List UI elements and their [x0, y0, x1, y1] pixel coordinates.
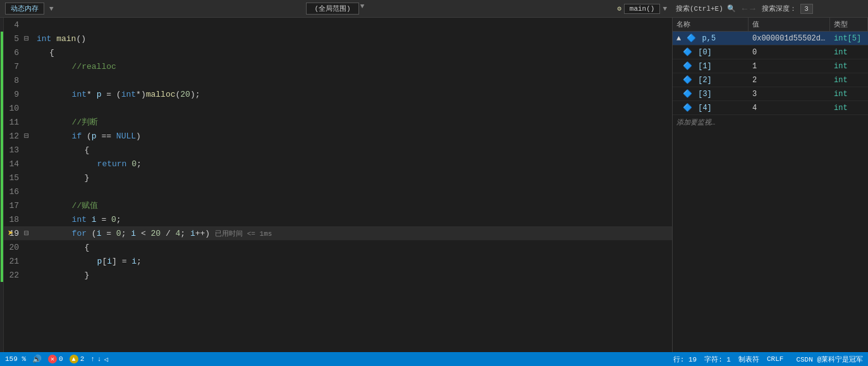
line-num-18: 18 — [4, 215, 24, 224]
watch-rows: ▲ 🔷 p,5 0x000001d55502db60 {… int[5] 🔷 [… — [673, 32, 868, 352]
down-arrow[interactable]: ↓ — [97, 355, 102, 363]
watch-row-p5[interactable]: ▲ 🔷 p,5 0x000001d55502db60 {… int[5] — [673, 32, 868, 46]
current-instruction-arrow: ➤ — [8, 227, 14, 240]
author-label: CSDN @莱科宁是冠军 — [796, 355, 863, 364]
depth-label: 搜索深度： — [762, 4, 797, 13]
watch-panel: 名称 值 类型 ▲ 🔷 p,5 0x000001d55502db60 {… in… — [672, 18, 868, 352]
code-line-4: 4 — [4, 18, 672, 32]
watch-header: 名称 值 类型 — [673, 18, 868, 32]
zoom-level: 159 % — [5, 355, 26, 363]
watch-type-4: int — [830, 104, 868, 113]
line-num-21: 21 — [4, 257, 24, 266]
up-arrow[interactable]: ↑ — [90, 355, 95, 363]
top-bar: 动态内存 ▼ (全局范围) ▼ ⚙ main() ▼ 搜索(Ctrl+E) 🔍 … — [0, 0, 868, 18]
status-right: 行: 19 字符: 1 制表符 CRLF CSDN @莱科宁是冠军 — [673, 355, 863, 364]
code-line-19: ➤ 19 ⊟ for (i = 0; i < 20 / 4; i++) 已用时间… — [4, 226, 672, 240]
watch-value-0: 0 — [749, 48, 830, 57]
char-col: 字符: 1 — [704, 355, 731, 364]
green-sidebar-bar — [1, 32, 3, 282]
code-text-5: int main() — [37, 34, 672, 44]
line-num-12: 12 — [4, 131, 24, 141]
watch-row-2[interactable]: 🔷 [2] 2 int — [673, 73, 868, 87]
scope-arrow: ▼ — [360, 3, 365, 15]
status-bar: 159 % 🔊 ✕ 0 ▲ 2 ↑ ↓ ◁ 行: 19 字符: 1 制表符 CR… — [0, 352, 868, 366]
watch-type-p5: int[5] — [830, 34, 868, 43]
code-topbar: 动态内存 ▼ (全局范围) ▼ ⚙ main() ▼ — [0, 0, 672, 17]
code-line-8: 8 — [4, 73, 672, 87]
fold-marker-12[interactable]: ⊟ — [24, 131, 37, 141]
line-num-5: 5 — [4, 34, 24, 44]
sound-icon: 🔊 — [32, 355, 42, 364]
code-panel: 4 5 ⊟ int main() 6 — [0, 18, 672, 352]
function-arrow: ▼ — [663, 5, 667, 13]
watch-name-p5: ▲ 🔷 p,5 — [673, 34, 749, 43]
code-line-11: 11 //判断 — [4, 115, 672, 129]
line-num-22: 22 — [4, 271, 24, 280]
code-line-5: 5 ⊟ int main() — [4, 32, 672, 46]
expand-icon-p5[interactable]: ▲ — [676, 34, 681, 43]
error-badge: ✕ — [48, 355, 57, 363]
pointer-icon-4: 🔷 — [683, 104, 692, 113]
panel-label: 动态内存 — [5, 3, 44, 15]
pointer-icon-p5: 🔷 — [687, 34, 696, 43]
fold-marker-5[interactable]: ⊟ — [24, 34, 37, 44]
pointer-icon-2: 🔷 — [683, 76, 692, 85]
line-num-8: 8 — [4, 76, 24, 85]
nav-back[interactable]: ← — [742, 4, 747, 14]
pointer-icon-1: 🔷 — [683, 62, 692, 71]
timing-label: 已用时间 <= 1ms — [215, 229, 272, 238]
fold-marker-19[interactable]: ⊟ — [24, 228, 37, 238]
nav-arrows-status: ↑ ↓ ◁ — [90, 355, 108, 363]
function-icon: ⚙ — [617, 4, 621, 13]
right-topbar: 搜索(Ctrl+E) 🔍 ← → 搜索深度： 3 — [672, 0, 868, 18]
status-left: 159 % 🔊 ✕ 0 ▲ 2 ↑ ↓ ◁ — [5, 355, 666, 364]
app-container: 动态内存 ▼ (全局范围) ▼ ⚙ main() ▼ 搜索(Ctrl+E) 🔍 … — [0, 0, 868, 366]
watch-row-4[interactable]: 🔷 [4] 4 int — [673, 101, 868, 115]
code-line-22: 22 } — [4, 268, 672, 282]
pointer-icon-3: 🔷 — [683, 90, 692, 99]
code-line-15: 15 } — [4, 171, 672, 185]
watch-name-2: 🔷 [2] — [673, 75, 749, 85]
code-line-18: 18 int i = 0; — [4, 212, 672, 226]
watch-row-0[interactable]: 🔷 [0] 0 int — [673, 46, 868, 59]
code-scroll[interactable]: 4 5 ⊟ int main() 6 — [0, 18, 672, 352]
main-content: 4 5 ⊟ int main() 6 — [0, 18, 868, 352]
error-status: ✕ 0 — [48, 355, 63, 363]
code-text-19: for (i = 0; i < 20 / 4; i++) 已用时间 <= 1ms — [37, 229, 672, 238]
line-num-13: 13 — [4, 145, 24, 155]
watch-value-3: 3 — [749, 90, 830, 99]
code-line-6: 6 { — [4, 46, 672, 59]
col-header-name: 名称 — [673, 18, 749, 31]
row-col: 行: 19 — [673, 355, 697, 364]
watch-type-0: int — [830, 48, 868, 57]
nav-forward[interactable]: → — [750, 4, 755, 14]
watch-value-4: 4 — [749, 104, 830, 113]
watch-name-4: 🔷 [4] — [673, 103, 749, 113]
code-line-21: 21 p[i] = i; — [4, 254, 672, 268]
code-line-20: 20 { — [4, 240, 672, 254]
code-text-21: p[i] = i; — [37, 257, 672, 266]
line-num-16: 16 — [4, 187, 24, 197]
function-label: main() — [624, 4, 661, 14]
search-icon: 🔍 — [727, 4, 736, 13]
code-line-17: 17 //赋值 — [4, 198, 672, 212]
watch-row-1[interactable]: 🔷 [1] 1 int — [673, 59, 868, 73]
code-text-11: //判断 — [37, 116, 672, 128]
code-text-17: //赋值 — [37, 200, 672, 211]
code-text-20: { — [37, 243, 672, 252]
add-watch-row[interactable]: 添加要监视… — [673, 115, 868, 130]
watch-type-1: int — [830, 62, 868, 71]
code-line-14: 14 return 0; — [4, 157, 672, 171]
code-text-12: if (p == NULL) — [37, 131, 672, 141]
watch-value-p5: 0x000001d55502db60 {… — [749, 34, 830, 43]
depth-value: 3 — [800, 4, 813, 14]
code-text-6: { — [37, 48, 672, 58]
left-arrow-status[interactable]: ◁ — [104, 355, 108, 363]
line-num-7: 7 — [4, 62, 24, 71]
warning-count: 2 — [80, 355, 85, 363]
line-num-14: 14 — [4, 159, 24, 169]
line-ending: CRLF — [767, 355, 783, 363]
line-num-11: 11 — [4, 118, 24, 127]
watch-row-3[interactable]: 🔷 [3] 3 int — [673, 87, 868, 101]
pointer-icon-0: 🔷 — [683, 48, 692, 57]
